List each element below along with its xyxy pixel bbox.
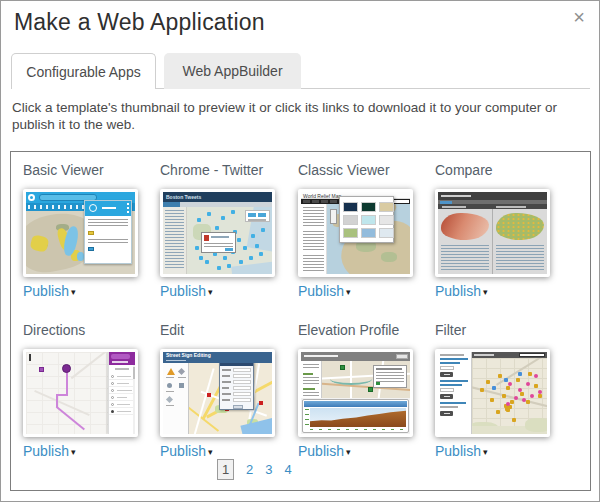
thumbnail-graphic: Street Sign Editing [163,352,272,434]
caret-down-icon: ▾ [346,287,351,297]
publish-link[interactable]: Publish▾ [298,283,416,299]
template-card-basic-viewer: Basic Viewer [23,162,141,299]
template-title: Compare [435,162,553,180]
template-card-elevation-profile: Elevation Profile [298,322,416,459]
page-button-4[interactable]: 4 [284,459,291,480]
template-title: Basic Viewer [23,162,141,180]
publish-link[interactable]: Publish▾ [23,443,141,459]
thumb-header-text: Street Sign Editing [166,352,211,358]
template-card-chrome-twitter: Chrome - Twitter [160,162,278,299]
thumbnail-graphic: Boston Tweets [163,192,272,274]
template-thumbnail-edit[interactable]: Street Sign Editing [160,349,275,437]
publish-link[interactable]: Publish▾ [435,283,553,299]
caret-down-icon: ▾ [346,447,351,457]
tab-web-appbuilder[interactable]: Web AppBuilder [164,53,301,89]
dialog-title: Make a Web Application [14,9,265,36]
thumbnail-graphic [438,352,547,434]
publish-link[interactable]: Publish▾ [23,283,141,299]
template-title: Directions [23,322,141,340]
template-title: Classic Viewer [298,162,416,180]
template-title: Filter [435,322,553,340]
caret-down-icon: ▾ [483,287,488,297]
publish-link[interactable]: Publish▾ [160,443,278,459]
template-thumbnail-compare[interactable] [435,189,550,277]
thumbnail-graphic: World Relief Map [301,192,410,274]
caret-down-icon: ▾ [71,287,76,297]
template-title: Edit [160,322,278,340]
template-thumbnail-directions[interactable] [23,349,138,437]
template-thumbnail-filter[interactable] [435,349,550,437]
template-thumbnail-chrome-twitter[interactable]: Boston Tweets [160,189,275,277]
template-card-filter: Filter [435,322,553,459]
template-thumbnail-classic-viewer[interactable]: World Relief Map [298,189,413,277]
template-title: Chrome - Twitter [160,162,278,180]
publish-link[interactable]: Publish▾ [435,443,553,459]
page-button-2[interactable]: 2 [246,459,253,480]
pagination: 1234 [217,459,292,481]
caret-down-icon: ▾ [208,287,213,297]
template-card-classic-viewer: Classic Viewer World Relief Map [298,162,416,299]
caret-down-icon: ▾ [208,447,213,457]
thumbnail-graphic [26,352,135,434]
template-thumbnail-basic-viewer[interactable] [23,189,138,277]
thumb-header-text: Boston Tweets [166,194,201,200]
publish-link[interactable]: Publish▾ [160,283,278,299]
page-button-3[interactable]: 3 [265,459,272,480]
thumbnail-graphic [438,192,547,274]
caret-down-icon: ▾ [483,447,488,457]
template-gallery: Basic Viewer [10,151,591,491]
tab-configurable-apps[interactable]: Configurable Apps [11,53,156,89]
publish-link[interactable]: Publish▾ [298,443,416,459]
template-thumbnail-elevation-profile[interactable]: Elevation Profile [298,349,413,437]
template-card-edit: Edit [160,322,278,459]
template-card-directions: Directions [23,322,141,459]
thumbnail-graphic: Elevation Profile [301,352,410,434]
make-web-application-dialog: Make a Web Application × Configurable Ap… [0,0,600,502]
template-card-compare: Compare [435,162,553,299]
thumbnail-graphic [26,192,135,274]
template-title: Elevation Profile [298,322,416,340]
description-text: Click a template's thumbnail to preview … [12,100,587,134]
page-button-1[interactable]: 1 [217,459,234,480]
caret-down-icon: ▾ [71,447,76,457]
close-icon[interactable]: × [573,7,585,27]
